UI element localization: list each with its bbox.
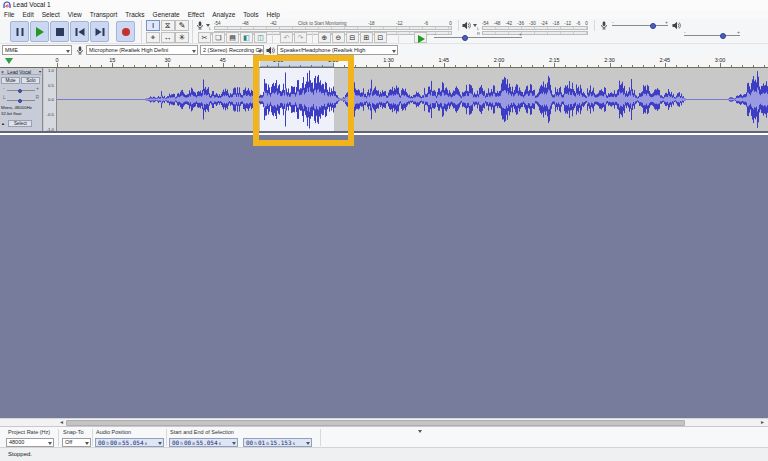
envelope-tool-button[interactable]: ⧖ (161, 20, 175, 31)
scroll-right-icon[interactable]: ▸ (758, 419, 767, 426)
playback-volume-thumb[interactable] (720, 33, 726, 39)
playback-meter[interactable]: -54-48-42-36-30-24-18-12-60 LR (462, 20, 590, 31)
track-format-line1: Mono, 48000Hz (1, 105, 41, 110)
play-speed-slider[interactable]: -+ (434, 32, 522, 42)
skip-to-start-button[interactable] (70, 21, 89, 42)
meter-scale-label: -24 (541, 21, 548, 26)
microphone-icon (76, 46, 84, 55)
copy-button[interactable]: ❏ (212, 32, 225, 43)
selection-range-label[interactable]: Start and End of Selection (170, 429, 296, 435)
project-rate-combo[interactable]: 48000 (6, 438, 54, 447)
scrollbar-thumb[interactable] (66, 420, 685, 426)
pan-thumb[interactable] (18, 99, 22, 103)
audio-track: × Lead Vocal ▾ Mute Solo - + L R Mono, 4… (0, 68, 768, 133)
menu-item-analyze[interactable]: Analyze (208, 10, 239, 19)
track-control-panel[interactable]: × Lead Vocal ▾ Mute Solo - + L R Mono, 4… (0, 68, 43, 131)
meter-scale-label: -18 (553, 21, 560, 26)
selection-toolbar: Project Rate (Hz) 48000 Snap-To Off Audi… (0, 426, 768, 447)
playback-volume-slider[interactable]: -+ (684, 30, 740, 40)
gain-thumb[interactable] (18, 89, 22, 93)
recording-device-combo[interactable]: Microphone (Realtek High Defini (86, 45, 198, 55)
annotation-highlight-box (253, 55, 354, 146)
recording-volume-slider[interactable]: -+ (612, 20, 668, 30)
paste-button[interactable]: ▤ (226, 32, 239, 43)
timeline-ruler[interactable]: 01530451:001:151:301:452:002:152:302:453… (0, 56, 768, 68)
zoom-in-button[interactable]: ⊕ (318, 32, 331, 43)
recording-channels-combo[interactable]: 2 (Stereo) Recording Cha (200, 45, 264, 55)
vertical-scale-ruler[interactable]: 1.00.50.0-0.5-1.0 (44, 68, 57, 131)
fit-selection-button[interactable]: ⊟ (346, 32, 359, 43)
selection-start-field[interactable]: 00h00m55.054s (169, 438, 238, 447)
meter-scale-label: -6 (576, 21, 580, 26)
play-button[interactable] (30, 21, 49, 42)
skip-to-end-button[interactable] (90, 21, 109, 42)
redo-button[interactable]: ↷ (294, 32, 307, 43)
menu-item-file[interactable]: File (0, 10, 18, 19)
menu-item-tracks[interactable]: Tracks (121, 10, 148, 19)
track-area-background (0, 135, 768, 418)
chevron-down-icon (48, 442, 52, 445)
menu-item-select[interactable]: Select (38, 10, 64, 19)
pause-button[interactable] (10, 21, 29, 42)
stop-button[interactable] (50, 21, 69, 42)
tools-toolbar: I⧖✎⌖↔✳ (146, 20, 190, 43)
cut-button[interactable]: ✂ (198, 32, 211, 43)
microphone-icon (196, 21, 204, 30)
track-name[interactable]: Lead Vocal (7, 70, 31, 75)
speaker-icon (266, 46, 275, 55)
fit-project-button[interactable]: ⊞ (360, 32, 373, 43)
snap-to-combo[interactable]: Off (62, 438, 91, 447)
project-rate-label: Project Rate (Hz) (8, 429, 50, 435)
menu-item-help[interactable]: Help (263, 10, 284, 19)
menu-item-tools[interactable]: Tools (239, 10, 262, 19)
menu-item-transport[interactable]: Transport (86, 10, 122, 19)
audio-host-combo[interactable]: MME (2, 45, 72, 55)
recording-volume-thumb[interactable] (650, 23, 656, 29)
menu-item-view[interactable]: View (64, 10, 86, 19)
menu-item-effect[interactable]: Effect (184, 10, 209, 19)
play-at-speed-button[interactable] (414, 32, 427, 43)
playback-device-combo[interactable]: Speaker/Headphone (Realtek High (277, 45, 398, 55)
skip-to-end-icon (95, 28, 104, 36)
trim-audio-button[interactable]: ◧ (240, 32, 253, 43)
mute-button[interactable]: Mute (1, 77, 20, 84)
selection-tool-button[interactable]: I (146, 20, 160, 31)
record-icon (122, 28, 130, 36)
audio-position-label: Audio Position (96, 429, 131, 435)
menu-item-edit[interactable]: Edit (18, 10, 37, 19)
track-menu-icon[interactable]: ▾ (39, 69, 41, 74)
timeshift-tool-button[interactable]: ↔ (161, 32, 175, 43)
meter-scale-label: -42 (506, 21, 513, 26)
zoom-out-button[interactable]: ⊖ (332, 32, 345, 43)
stop-icon (56, 28, 64, 36)
audio-position-field[interactable]: 00h00m55.054s (95, 438, 164, 447)
zoom-tool-button[interactable]: ⌖ (146, 32, 160, 43)
meter-scale-label: -48 (242, 21, 249, 26)
mixer-toolbar: -+ -+ (600, 20, 744, 31)
record-button[interactable] (116, 21, 135, 42)
track-format-line2: 32-bit float (1, 111, 41, 116)
track-close-icon[interactable]: × (1, 69, 4, 75)
chevron-down-icon (232, 442, 236, 445)
multi-tool-button[interactable]: ✳ (175, 32, 189, 43)
solo-button[interactable]: Solo (21, 77, 40, 84)
waveform (57, 68, 768, 131)
draw-tool-button[interactable]: ✎ (175, 20, 189, 31)
gain-slider[interactable]: - + (1, 85, 41, 94)
menu-item-generate[interactable]: Generate (149, 10, 184, 19)
play-icon (36, 27, 44, 37)
zoom-toggle-button[interactable]: ⊡ (374, 32, 387, 43)
chevron-down-icon (66, 50, 70, 53)
recording-meter[interactable]: -54-48-42Click to Start Monitoring-18-12… (196, 20, 454, 31)
collapse-track-icon[interactable]: ▲ (1, 121, 5, 126)
play-speed-thumb[interactable] (462, 35, 468, 41)
pan-slider[interactable]: L R (1, 95, 41, 104)
undo-button[interactable]: ↶ (280, 32, 293, 43)
track-select-button[interactable]: Select (8, 120, 32, 127)
horizontal-scrollbar[interactable]: ◂ ▸ (0, 418, 768, 426)
playhead-pin-icon[interactable] (5, 58, 13, 64)
silence-audio-button[interactable]: ◫ (254, 32, 267, 43)
scroll-left-icon[interactable]: ◂ (57, 419, 66, 426)
waveform-display[interactable] (57, 68, 768, 131)
selection-end-field[interactable]: 00h01m15.153s (243, 438, 312, 447)
